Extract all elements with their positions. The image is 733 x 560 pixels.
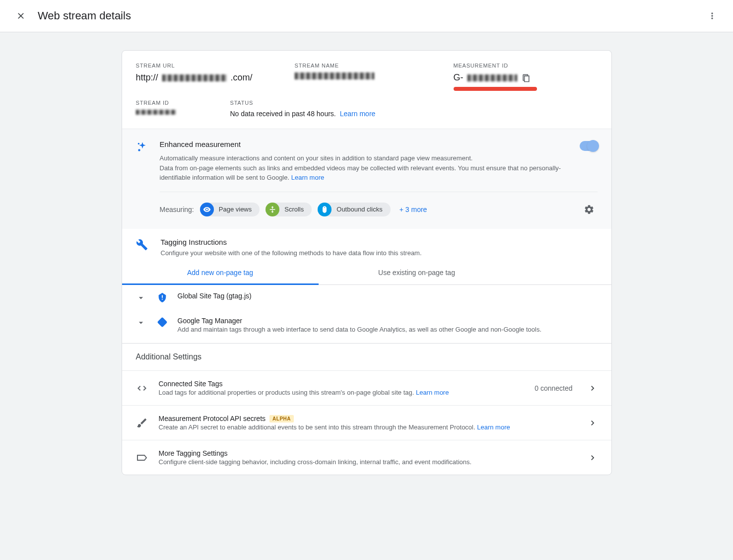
enhanced-desc-2: Data from on-page elements such as links… [160, 164, 561, 182]
url-suffix: .com/ [231, 72, 253, 83]
status-label: STATUS [230, 100, 598, 106]
tag-icon [136, 452, 148, 464]
copy-icon [521, 73, 531, 83]
stream-name-label: STREAM NAME [295, 63, 439, 69]
stream-name-value [295, 72, 439, 79]
stream-url-value: http://.com/ [136, 72, 280, 83]
measuring-label: Measuring: [160, 206, 194, 213]
stream-url-label: STREAM URL [136, 63, 280, 69]
connected-tags-icon [136, 382, 148, 394]
gtm-icon [157, 317, 169, 328]
status-text: No data received in past 48 hours. [230, 110, 336, 118]
stream-card: STREAM URL http://.com/ STREAM NAME MEAS… [122, 50, 612, 475]
pill-page-views: Page views [200, 203, 260, 216]
stream-name-block: STREAM NAME [295, 63, 439, 91]
pill-outbound: Outbound clicks [318, 203, 391, 216]
measuring-row: Measuring: Page views Scrolls Outbound c… [160, 192, 598, 218]
setting-desc: Load tags for additional properties or p… [159, 389, 524, 396]
connected-count: 0 connected [534, 384, 572, 392]
stream-id-label: STREAM ID [136, 100, 215, 106]
accordion-gtag[interactable]: Global Site Tag (gtag.js) [122, 285, 611, 310]
enhanced-toggle[interactable] [580, 141, 598, 151]
additional-settings-header: Additional Settings [122, 343, 611, 370]
more-vert-icon [707, 11, 717, 21]
setting-api-secrets[interactable]: Measurement Protocol API secrets ALPHA C… [122, 405, 611, 440]
tagging-tabs: Add new on-page tag Use existing on-page… [122, 262, 611, 285]
gtm-desc: Add and maintain tags through a web inte… [178, 326, 598, 333]
pill-label: Scrolls [284, 206, 304, 213]
chevron-down-icon [136, 293, 148, 303]
redacted-url [162, 74, 227, 81]
wrench-icon [136, 238, 150, 258]
svg-point-0 [137, 143, 139, 144]
setting-title: Connected Site Tags [159, 380, 524, 388]
status-value: No data received in past 48 hours. Learn… [230, 110, 598, 118]
pill-label: Outbound clicks [336, 206, 383, 213]
redacted-name [295, 72, 374, 79]
measurement-id-value: G- [454, 72, 598, 83]
close-icon [16, 11, 26, 21]
tab-add-new[interactable]: Add new on-page tag [122, 262, 319, 285]
measurement-id-prefix: G- [454, 72, 464, 83]
scroll-icon [266, 203, 279, 216]
setting-desc: Create an API secret to enable additiona… [159, 423, 577, 431]
alpha-badge: ALPHA [269, 415, 294, 422]
enhanced-desc: Automatically measure interactions and c… [160, 153, 570, 183]
gtm-title: Google Tag Manager [178, 317, 598, 325]
chevron-right-icon [588, 383, 598, 393]
eye-icon [200, 203, 214, 216]
measurement-settings-button[interactable] [581, 201, 598, 218]
setting-connected-tags[interactable]: Connected Site Tags Load tags for additi… [122, 370, 611, 405]
tagging-section: Tagging Instructions Configure your webs… [122, 229, 611, 258]
gtag-title: Global Site Tag (gtag.js) [178, 292, 598, 300]
content-area: STREAM URL http://.com/ STREAM NAME MEAS… [0, 32, 733, 560]
pill-label: Page views [219, 206, 252, 213]
sparkle-icon [136, 140, 150, 218]
status-learn-more-link[interactable]: Learn more [340, 110, 376, 118]
measurement-id-block: MEASUREMENT ID G- [454, 63, 598, 91]
svg-rect-2 [157, 317, 167, 328]
stream-id-block: STREAM ID [136, 100, 215, 118]
enhanced-title: Enhanced measurement [160, 140, 570, 148]
learn-more-link[interactable]: Learn more [416, 389, 449, 396]
measurement-id-label: MEASUREMENT ID [454, 63, 598, 69]
modal-header: Web stream details [0, 0, 733, 32]
more-measurements-link[interactable]: + 3 more [400, 206, 427, 213]
enhanced-header-row: Enhanced measurement Automatically measu… [160, 140, 598, 183]
enhanced-learn-more-link[interactable]: Learn more [291, 174, 324, 181]
stream-url-block: STREAM URL http://.com/ [136, 63, 280, 91]
redacted-streamid [136, 110, 176, 115]
key-icon [136, 417, 148, 429]
setting-title: More Tagging Settings [159, 449, 577, 457]
setting-more-tagging[interactable]: More Tagging Settings Configure client-s… [122, 440, 611, 475]
setting-desc: Configure client-side tagging behavior, … [159, 458, 577, 466]
enhanced-measurement-section: Enhanced measurement Automatically measu… [122, 129, 611, 229]
pill-scrolls: Scrolls [266, 203, 312, 216]
copy-measurement-id-button[interactable] [521, 73, 531, 83]
highlight-underline [454, 87, 537, 91]
svg-point-1 [138, 149, 140, 151]
gear-icon [584, 204, 595, 215]
close-button[interactable] [12, 7, 30, 25]
chevron-right-icon [588, 418, 598, 428]
info-row-2: STREAM ID STATUS No data received in pas… [122, 91, 611, 129]
chevron-right-icon [588, 453, 598, 463]
page-title: Web stream details [38, 9, 703, 22]
setting-title: Measurement Protocol API secrets ALPHA [159, 415, 577, 422]
gtag-icon [157, 292, 169, 303]
url-prefix: http:// [136, 72, 158, 83]
accordion-gtm[interactable]: Google Tag Manager Add and maintain tags… [122, 310, 611, 343]
redacted-id [467, 74, 517, 81]
tagging-desc: Configure your website with one of the f… [161, 248, 598, 258]
learn-more-link[interactable]: Learn more [477, 423, 510, 431]
stream-id-value [136, 110, 215, 115]
tagging-title: Tagging Instructions [161, 238, 598, 246]
info-row-1: STREAM URL http://.com/ STREAM NAME MEAS… [122, 51, 611, 91]
tagging-body: Tagging Instructions Configure your webs… [161, 238, 598, 258]
more-menu-button[interactable] [703, 7, 721, 25]
status-block: STATUS No data received in past 48 hours… [230, 100, 598, 118]
enhanced-body: Enhanced measurement Automatically measu… [160, 140, 598, 218]
tab-use-existing[interactable]: Use existing on-page tag [319, 262, 515, 284]
enhanced-desc-1: Automatically measure interactions and c… [160, 154, 473, 162]
chevron-down-icon [136, 318, 148, 328]
